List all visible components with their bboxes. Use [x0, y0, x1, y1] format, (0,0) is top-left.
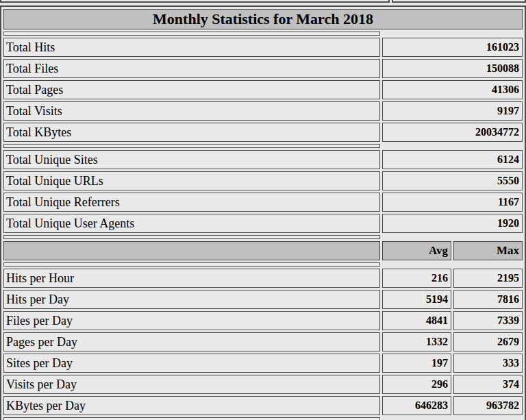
stat-value: 9197	[382, 101, 523, 121]
stat-max: 374	[453, 375, 523, 394]
spacer-cell	[3, 235, 380, 239]
table-row: Files per Day 4841 7339	[3, 311, 523, 330]
spacer-cell	[3, 262, 380, 267]
stat-value: 20034772	[382, 123, 523, 142]
stat-avg: 197	[382, 354, 451, 373]
title-row: Monthly Statistics for March 2018	[3, 9, 523, 29]
table-row: Total KBytes 20034772	[3, 123, 523, 142]
table-row: KBytes per Day 646283 963782	[3, 396, 523, 415]
table-row: Total Unique Referrers 1167	[3, 193, 523, 212]
stat-value: 6124	[382, 150, 523, 169]
table-row: Total Unique User Agents 1920	[3, 214, 523, 233]
cutoff-label-cell	[0, 0, 390, 3]
stat-value: 1920	[382, 214, 523, 233]
stat-label: Total Unique URLs	[3, 171, 380, 190]
table-row: Visits per Day 296 374	[3, 375, 523, 394]
stat-max: 2679	[453, 332, 523, 351]
spacer-row	[3, 144, 523, 148]
stat-label: Hits per Hour	[3, 269, 380, 288]
stat-value: 150088	[382, 59, 523, 78]
stat-label: Pages per Day	[3, 332, 380, 351]
table-row: Hits per Day 5194 7816	[3, 290, 523, 309]
stat-label: Total Visits	[3, 101, 380, 121]
stat-label: Total Files	[3, 59, 380, 78]
stat-label: Sites per Day	[3, 354, 380, 373]
stat-avg: 296	[382, 375, 451, 394]
stat-label: Total Unique Sites	[3, 150, 380, 169]
stat-value: 161023	[382, 38, 523, 57]
avg-max-header-row: Avg Max	[3, 241, 523, 260]
spacer-row	[3, 32, 523, 36]
spacer-cell	[3, 144, 380, 148]
stat-value: 41306	[382, 80, 523, 99]
table-row: Sites per Day 197 333	[3, 354, 523, 373]
column-header-max: Max	[453, 241, 523, 260]
stat-max: 333	[453, 354, 523, 373]
stat-label: Total KBytes	[3, 123, 380, 142]
cutoff-value-cell	[392, 0, 526, 3]
stat-avg: 216	[382, 269, 451, 288]
stat-label: Total Unique User Agents	[3, 214, 380, 233]
spacer-row-cutoff-bottom	[3, 417, 523, 420]
stat-value: 5550	[382, 171, 523, 190]
column-header-avg: Avg	[382, 241, 451, 260]
stat-label: Total Unique Referrers	[3, 193, 380, 212]
table-row: Total Files 150088	[3, 59, 523, 78]
stat-max: 2195	[453, 269, 523, 288]
stat-max: 7816	[453, 290, 523, 309]
table-row: Pages per Day 1332 2679	[3, 332, 523, 351]
table-row: Total Pages 41306	[3, 80, 523, 99]
table-row: Hits per Hour 216 2195	[3, 269, 523, 288]
stat-avg: 4841	[382, 311, 451, 330]
table-row: Total Visits 9197	[3, 101, 523, 121]
stat-max: 963782	[453, 396, 523, 415]
stat-avg: 646283	[382, 396, 451, 415]
stat-label: Visits per Day	[3, 375, 380, 394]
header-blank-cell	[3, 241, 380, 260]
cutoff-row-above	[0, 0, 526, 3]
monthly-statistics-table: Monthly Statistics for March 2018 Total …	[0, 5, 526, 420]
stat-value: 1167	[382, 193, 523, 212]
stat-avg: 5194	[382, 290, 451, 309]
stat-label: Hits per Day	[3, 290, 380, 309]
table-row: Total Unique Sites 6124	[3, 150, 523, 169]
stat-label: Total Hits	[3, 38, 380, 57]
stat-label: Files per Day	[3, 311, 380, 330]
stat-avg: 1332	[382, 332, 451, 351]
page-title: Monthly Statistics for March 2018	[3, 9, 523, 29]
stat-max: 7339	[453, 311, 523, 330]
spacer-cell	[3, 417, 380, 420]
spacer-cell	[3, 32, 380, 36]
stat-label: Total Pages	[3, 80, 380, 99]
table-row: Total Unique URLs 5550	[3, 171, 523, 190]
spacer-row	[3, 235, 523, 239]
spacer-row	[3, 262, 523, 267]
table-row: Total Hits 161023	[3, 38, 523, 57]
stat-label: KBytes per Day	[3, 396, 380, 415]
